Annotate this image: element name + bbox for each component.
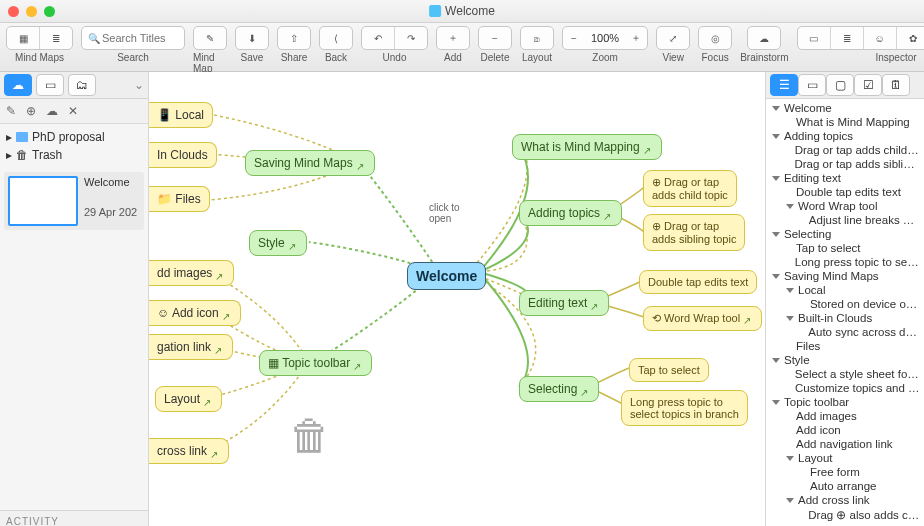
inspector-toggle-3[interactable]: ☺ bbox=[864, 27, 897, 49]
sync-icon[interactable]: ☁ bbox=[46, 104, 58, 118]
minimize-window-icon[interactable] bbox=[26, 6, 37, 17]
brainstorm-button[interactable]: ☁ bbox=[747, 26, 781, 50]
close-window-icon[interactable] bbox=[8, 6, 19, 17]
outline-row[interactable]: Adding topics bbox=[766, 129, 924, 143]
outline-row[interactable]: Auto arrange bbox=[766, 479, 924, 493]
outline-row[interactable]: Built-in Clouds bbox=[766, 311, 924, 325]
outline-row[interactable]: Drag or tap adds sibling to... bbox=[766, 157, 924, 171]
chevron-down-icon[interactable]: ⌄ bbox=[134, 78, 144, 92]
tree-item-phd[interactable]: ▸PhD proposal bbox=[6, 128, 142, 146]
outline-row[interactable]: Files bbox=[766, 339, 924, 353]
disclosure-triangle-icon[interactable] bbox=[772, 176, 780, 181]
mindmap-button[interactable]: ✎ bbox=[193, 26, 227, 50]
inspector-tab-c[interactable]: ▢ bbox=[826, 74, 854, 96]
outline-row[interactable]: Layout bbox=[766, 451, 924, 465]
inspector-tab-e[interactable]: 🗓 bbox=[882, 74, 910, 96]
outline-row[interactable]: Add navigation link bbox=[766, 437, 924, 451]
outline-row[interactable]: Select a style sheet for th... bbox=[766, 367, 924, 381]
node-tap-select[interactable]: Tap to select bbox=[629, 358, 709, 382]
outline-row[interactable]: Drag or tap adds child topic bbox=[766, 143, 924, 157]
layout-button[interactable]: ⎄ bbox=[520, 26, 554, 50]
node-root[interactable]: Welcome bbox=[407, 262, 486, 290]
mindmaps-segment[interactable]: ▦ bbox=[7, 27, 40, 49]
disclosure-triangle-icon[interactable] bbox=[786, 288, 794, 293]
new-icon[interactable]: ⊕ bbox=[26, 104, 36, 118]
save-button[interactable]: ⬇ bbox=[235, 26, 269, 50]
outline-row[interactable]: Add images bbox=[766, 409, 924, 423]
outline-row[interactable]: Add cross link bbox=[766, 493, 924, 507]
outline-row[interactable]: Free form bbox=[766, 465, 924, 479]
node-editing[interactable]: Editing text bbox=[519, 290, 609, 316]
tree-item-trash[interactable]: ▸🗑Trash bbox=[6, 146, 142, 164]
node-local[interactable]: 📱 Local bbox=[149, 102, 213, 128]
outline-row[interactable]: Saving Mind Maps bbox=[766, 269, 924, 283]
view-button[interactable]: ⤢ bbox=[656, 26, 690, 50]
activity-bar[interactable]: ACTIVITY bbox=[0, 510, 148, 526]
disclosure-triangle-icon[interactable] bbox=[786, 498, 794, 503]
node-selecting[interactable]: Selecting bbox=[519, 376, 599, 402]
outline-row[interactable]: Double tap edits text bbox=[766, 185, 924, 199]
focus-button[interactable]: ◎ bbox=[698, 26, 732, 50]
sidebar-tab-folder[interactable]: ▭ bbox=[36, 74, 64, 96]
outline-row[interactable]: Tap to select bbox=[766, 241, 924, 255]
outline-row[interactable]: Long press topic to select... bbox=[766, 255, 924, 269]
share-button[interactable]: ⇧ bbox=[277, 26, 311, 50]
node-saving[interactable]: Saving Mind Maps bbox=[245, 150, 375, 176]
delete-button[interactable]: − bbox=[478, 26, 512, 50]
undo-button[interactable]: ↶ bbox=[362, 27, 395, 49]
outline-row[interactable]: Topic toolbar bbox=[766, 395, 924, 409]
node-cross-link[interactable]: cross link bbox=[149, 438, 229, 464]
node-inclouds[interactable]: In Clouds bbox=[149, 142, 217, 168]
node-what-is[interactable]: What is Mind Mapping bbox=[512, 134, 662, 160]
disclosure-triangle-icon[interactable] bbox=[772, 400, 780, 405]
inspector-tab-b[interactable]: ▭ bbox=[798, 74, 826, 96]
search-field[interactable]: 🔍 bbox=[81, 26, 185, 50]
node-drag-child[interactable]: ⊕ Drag or tap adds child topic bbox=[643, 170, 737, 207]
disclosure-triangle-icon[interactable] bbox=[772, 134, 780, 139]
outline-row[interactable]: Local bbox=[766, 283, 924, 297]
close-icon[interactable]: ✕ bbox=[68, 104, 78, 118]
disclosure-triangle-icon[interactable] bbox=[772, 358, 780, 363]
mindmap-canvas[interactable]: Welcome click to open What is Mind Mappi… bbox=[149, 72, 765, 526]
thumbnail-card[interactable]: Welcome 29 Apr 202 bbox=[4, 172, 144, 230]
inspector-toggle-2[interactable]: ≣ bbox=[831, 27, 864, 49]
zoom-window-icon[interactable] bbox=[44, 6, 55, 17]
disclosure-triangle-icon[interactable] bbox=[786, 456, 794, 461]
outline-row[interactable]: Welcome bbox=[766, 101, 924, 115]
node-double-tap[interactable]: Double tap edits text bbox=[639, 270, 757, 294]
node-layout[interactable]: Layout bbox=[155, 386, 222, 412]
node-word-wrap[interactable]: ⟲ Word Wrap tool bbox=[643, 306, 762, 331]
outline-row[interactable]: Auto sync across devices bbox=[766, 325, 924, 339]
outline-row[interactable]: Editing text bbox=[766, 171, 924, 185]
outline-row[interactable]: What is Mind Mapping bbox=[766, 115, 924, 129]
outline-row[interactable]: Style bbox=[766, 353, 924, 367]
disclosure-triangle-icon[interactable] bbox=[786, 204, 794, 209]
inspector-tab-outline[interactable]: ☰ bbox=[770, 74, 798, 96]
outline-row[interactable]: Add icon bbox=[766, 423, 924, 437]
disclosure-triangle-icon[interactable] bbox=[786, 316, 794, 321]
add-button[interactable]: ＋ bbox=[436, 26, 470, 50]
inspector-toggle-1[interactable]: ▭ bbox=[798, 27, 831, 49]
outline-row[interactable]: Word Wrap tool bbox=[766, 199, 924, 213]
outline-row[interactable]: Customize topics and lines bbox=[766, 381, 924, 395]
zoom-out-icon[interactable]: − bbox=[563, 33, 585, 44]
trash-drop-icon[interactable]: 🗑 bbox=[289, 412, 331, 460]
inspector-toggle-4[interactable]: ✿ bbox=[897, 27, 925, 49]
outline-row[interactable]: Drag ⊕ also adds cross... bbox=[766, 507, 924, 523]
disclosure-triangle-icon[interactable] bbox=[772, 274, 780, 279]
redo-button[interactable]: ↷ bbox=[395, 27, 427, 49]
outline-tree[interactable]: WelcomeWhat is Mind MappingAdding topics… bbox=[766, 99, 924, 526]
arrange-segment[interactable]: ≣ bbox=[40, 27, 72, 49]
node-add-icon[interactable]: ☺ Add icon bbox=[149, 300, 241, 326]
disclosure-triangle-icon[interactable] bbox=[772, 106, 780, 111]
node-drag-sibling[interactable]: ⊕ Drag or tap adds sibling topic bbox=[643, 214, 745, 251]
search-input[interactable] bbox=[100, 31, 174, 45]
outline-row[interactable]: Adjust line breaks and... bbox=[766, 213, 924, 227]
node-files[interactable]: 📁 Files bbox=[149, 186, 210, 212]
node-long-press[interactable]: Long press topic to select topics in bra… bbox=[621, 390, 748, 426]
edit-icon[interactable]: ✎ bbox=[6, 104, 16, 118]
sidebar-tab-cloud[interactable]: ☁ bbox=[4, 74, 32, 96]
node-adding-topics[interactable]: Adding topics bbox=[519, 200, 622, 226]
node-style[interactable]: Style bbox=[249, 230, 307, 256]
zoom-in-icon[interactable]: ＋ bbox=[625, 31, 647, 45]
